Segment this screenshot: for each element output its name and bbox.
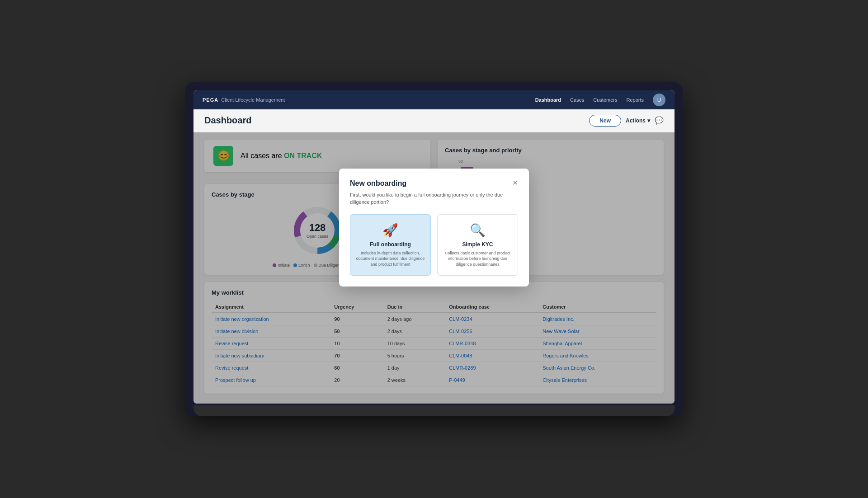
nav-cases[interactable]: Cases (570, 97, 584, 103)
option-simple-kyc[interactable]: 🔍 Simple KYC Collects basic customer and… (437, 214, 518, 276)
rocket-icon: 🚀 (356, 223, 425, 238)
nav-customers[interactable]: Customers (593, 97, 617, 103)
main-content: 😊 All cases are ON TRACK Cases by stage (193, 132, 675, 404)
modal-close-button[interactable]: ✕ (512, 179, 518, 187)
modal-title: New onboarding (350, 179, 406, 188)
modal-options: 🚀 Full onboarding Includes in-depth data… (350, 214, 518, 276)
new-button[interactable]: New (589, 115, 621, 127)
user-avatar[interactable]: U (653, 94, 665, 106)
modal-description: First, would you like to begin a full on… (350, 191, 518, 206)
app-name: Client Lifecycle Management (221, 97, 285, 103)
simple-kyc-title: Simple KYC (443, 241, 512, 248)
top-nav: PEGA Client Lifecycle Management Dashboa… (193, 90, 675, 109)
option-full-onboarding[interactable]: 🚀 Full onboarding Includes in-depth data… (350, 214, 431, 276)
new-onboarding-modal: New onboarding ✕ First, would you like t… (339, 169, 529, 287)
modal-overlay: New onboarding ✕ First, would you like t… (193, 132, 675, 404)
full-onboarding-title: Full onboarding (356, 241, 425, 248)
nav-dashboard[interactable]: Dashboard (535, 97, 561, 103)
magnify-icon: 🔍 (443, 223, 512, 238)
chevron-down-icon: ▾ (647, 117, 650, 124)
chat-icon: 💬 (655, 117, 664, 124)
full-onboarding-desc: Includes in-depth data collection, docum… (356, 250, 425, 268)
nav-links: Dashboard Cases Customers Reports U (535, 94, 665, 106)
modal-header: New onboarding ✕ (350, 179, 518, 188)
page-title: Dashboard (204, 115, 251, 126)
actions-button[interactable]: Actions ▾ (626, 117, 650, 124)
chat-button[interactable]: 💬 (655, 116, 664, 125)
brand-logo: PEGA (203, 97, 218, 103)
nav-reports[interactable]: Reports (626, 97, 644, 103)
page-header: Dashboard New Actions ▾ 💬 (193, 109, 675, 132)
simple-kyc-desc: Collects basic customer and product info… (443, 250, 512, 268)
header-actions: New Actions ▾ 💬 (589, 115, 664, 127)
